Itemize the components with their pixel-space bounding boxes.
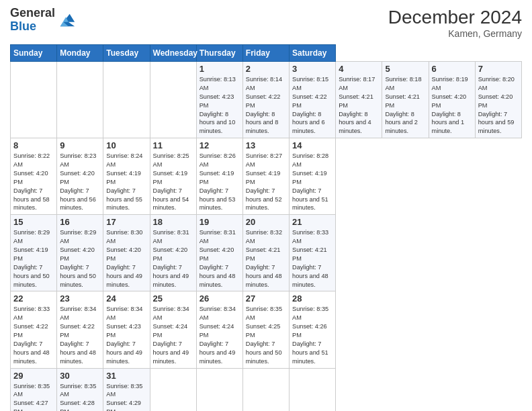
cell-info: Sunrise: 8:34 AMSunset: 4:24 PMDaylight:… (200, 305, 240, 365)
calendar-cell: 3Sunrise: 8:15 AMSunset: 4:22 PMDaylight… (290, 62, 336, 138)
cell-info: Sunrise: 8:31 AMSunset: 4:20 PMDaylight:… (200, 228, 240, 289)
calendar-cell (103, 62, 150, 138)
calendar-week-row: 1Sunrise: 8:13 AMSunset: 4:23 PMDaylight… (11, 62, 522, 138)
calendar-cell: 10Sunrise: 8:24 AMSunset: 4:19 PMDayligh… (103, 138, 150, 215)
calendar-page: General Blue December 2024 Kamen, German… (0, 0, 532, 411)
calendar-cell: 25Sunrise: 8:34 AMSunset: 4:24 PMDayligh… (150, 291, 196, 368)
cell-info: Sunrise: 8:23 AMSunset: 4:20 PMDaylight:… (60, 152, 100, 212)
calendar-table: SundayMondayTuesdayWednesdayThursdayFrid… (10, 44, 522, 411)
header-day: Saturday (290, 45, 336, 62)
calendar-cell: 19Sunrise: 8:31 AMSunset: 4:20 PMDayligh… (196, 215, 242, 291)
day-number: 16 (60, 217, 100, 227)
cell-info: Sunrise: 8:34 AMSunset: 4:23 PMDaylight:… (106, 305, 146, 365)
header-day: Friday (242, 45, 289, 62)
day-number: 4 (339, 64, 379, 74)
day-number: 17 (106, 217, 146, 227)
calendar-cell: 7Sunrise: 8:20 AMSunset: 4:20 PMDaylight… (475, 62, 521, 138)
calendar-cell: 21Sunrise: 8:33 AMSunset: 4:21 PMDayligh… (290, 215, 336, 291)
day-number: 5 (385, 64, 425, 74)
day-number: 22 (13, 293, 54, 304)
cell-info: Sunrise: 8:35 AMSunset: 4:25 PMDaylight:… (246, 305, 286, 365)
calendar-cell: 20Sunrise: 8:32 AMSunset: 4:21 PMDayligh… (242, 215, 289, 291)
calendar-cell: 27Sunrise: 8:35 AMSunset: 4:25 PMDayligh… (242, 291, 289, 368)
cell-info: Sunrise: 8:15 AMSunset: 4:22 PMDaylight:… (292, 75, 332, 136)
day-number: 20 (246, 217, 286, 227)
calendar-cell (150, 62, 196, 138)
day-number: 8 (13, 140, 54, 150)
cell-info: Sunrise: 8:33 AMSunset: 4:22 PMDaylight:… (13, 305, 54, 365)
cell-info: Sunrise: 8:22 AMSunset: 4:20 PMDaylight:… (13, 152, 54, 212)
calendar-cell: 6Sunrise: 8:19 AMSunset: 4:20 PMDaylight… (429, 62, 475, 138)
header-day: Wednesday (150, 45, 196, 62)
day-number: 27 (246, 293, 286, 304)
day-number: 28 (292, 293, 332, 304)
calendar-header: SundayMondayTuesdayWednesdayThursdayFrid… (11, 45, 522, 62)
calendar-cell: 29Sunrise: 8:35 AMSunset: 4:27 PMDayligh… (11, 368, 57, 411)
calendar-cell: 15Sunrise: 8:29 AMSunset: 4:19 PMDayligh… (11, 215, 57, 291)
calendar-cell: 2Sunrise: 8:14 AMSunset: 4:22 PMDaylight… (242, 62, 289, 138)
logo-line1: General (10, 7, 55, 20)
cell-info: Sunrise: 8:35 AMSunset: 4:26 PMDaylight:… (292, 305, 332, 365)
cell-info: Sunrise: 8:29 AMSunset: 4:20 PMDaylight:… (60, 228, 100, 289)
day-number: 12 (200, 140, 240, 150)
calendar-cell: 9Sunrise: 8:23 AMSunset: 4:20 PMDaylight… (57, 138, 103, 215)
cell-info: Sunrise: 8:20 AMSunset: 4:20 PMDaylight:… (478, 75, 519, 136)
calendar-cell: 31Sunrise: 8:35 AMSunset: 4:29 PMDayligh… (103, 368, 150, 411)
cell-info: Sunrise: 8:17 AMSunset: 4:21 PMDaylight:… (339, 75, 379, 136)
logo: General Blue (10, 7, 76, 34)
calendar-body: 1Sunrise: 8:13 AMSunset: 4:23 PMDaylight… (11, 62, 522, 412)
day-number: 19 (200, 217, 240, 227)
cell-info: Sunrise: 8:32 AMSunset: 4:21 PMDaylight:… (246, 228, 286, 289)
calendar-cell: 11Sunrise: 8:25 AMSunset: 4:19 PMDayligh… (150, 138, 196, 215)
cell-info: Sunrise: 8:34 AMSunset: 4:22 PMDaylight:… (60, 305, 100, 365)
calendar-cell: 1Sunrise: 8:13 AMSunset: 4:23 PMDaylight… (196, 62, 242, 138)
cell-info: Sunrise: 8:35 AMSunset: 4:27 PMDaylight:… (13, 382, 54, 412)
day-number: 11 (153, 140, 193, 150)
day-number: 24 (106, 293, 146, 304)
cell-info: Sunrise: 8:34 AMSunset: 4:24 PMDaylight:… (153, 305, 193, 365)
calendar-cell: 28Sunrise: 8:35 AMSunset: 4:26 PMDayligh… (290, 291, 336, 368)
day-number: 2 (246, 64, 286, 74)
location: Kamen, Germany (388, 28, 522, 39)
month-title: December 2024 (388, 7, 522, 28)
day-number: 25 (153, 293, 193, 304)
cell-info: Sunrise: 8:33 AMSunset: 4:21 PMDaylight:… (292, 228, 332, 289)
day-number: 3 (292, 64, 332, 74)
calendar-cell: 30Sunrise: 8:35 AMSunset: 4:28 PMDayligh… (57, 368, 103, 411)
day-number: 6 (432, 64, 472, 74)
cell-info: Sunrise: 8:14 AMSunset: 4:22 PMDaylight:… (246, 75, 286, 136)
cell-info: Sunrise: 8:35 AMSunset: 4:28 PMDaylight:… (60, 382, 100, 412)
day-number: 29 (13, 371, 54, 381)
day-number: 21 (292, 217, 332, 227)
calendar-week-row: 22Sunrise: 8:33 AMSunset: 4:22 PMDayligh… (11, 291, 522, 368)
header-row: SundayMondayTuesdayWednesdayThursdayFrid… (11, 45, 522, 62)
calendar-cell: 24Sunrise: 8:34 AMSunset: 4:23 PMDayligh… (103, 291, 150, 368)
cell-info: Sunrise: 8:26 AMSunset: 4:19 PMDaylight:… (200, 152, 240, 212)
cell-info: Sunrise: 8:25 AMSunset: 4:19 PMDaylight:… (153, 152, 193, 212)
day-number: 13 (246, 140, 286, 150)
day-number: 15 (13, 217, 54, 227)
header-day: Sunday (11, 45, 57, 62)
calendar-cell: 17Sunrise: 8:30 AMSunset: 4:20 PMDayligh… (103, 215, 150, 291)
calendar-cell (196, 368, 242, 411)
calendar-cell: 26Sunrise: 8:34 AMSunset: 4:24 PMDayligh… (196, 291, 242, 368)
day-number: 14 (292, 140, 332, 150)
cell-info: Sunrise: 8:29 AMSunset: 4:19 PMDaylight:… (13, 228, 54, 289)
cell-info: Sunrise: 8:19 AMSunset: 4:20 PMDaylight:… (432, 75, 472, 136)
calendar-week-row: 8Sunrise: 8:22 AMSunset: 4:20 PMDaylight… (11, 138, 522, 215)
cell-info: Sunrise: 8:13 AMSunset: 4:23 PMDaylight:… (200, 75, 240, 136)
header: General Blue December 2024 Kamen, German… (10, 7, 522, 39)
day-number: 7 (478, 64, 519, 74)
day-number: 10 (106, 140, 146, 150)
calendar-cell (11, 62, 57, 138)
calendar-cell (290, 368, 336, 411)
calendar-cell (57, 62, 103, 138)
calendar-cell: 22Sunrise: 8:33 AMSunset: 4:22 PMDayligh… (11, 291, 57, 368)
day-number: 9 (60, 140, 100, 150)
calendar-cell: 12Sunrise: 8:26 AMSunset: 4:19 PMDayligh… (196, 138, 242, 215)
cell-info: Sunrise: 8:31 AMSunset: 4:20 PMDaylight:… (153, 228, 193, 289)
day-number: 30 (60, 371, 100, 381)
cell-info: Sunrise: 8:35 AMSunset: 4:29 PMDaylight:… (106, 382, 146, 412)
cell-info: Sunrise: 8:27 AMSunset: 4:19 PMDaylight:… (246, 152, 286, 212)
cell-info: Sunrise: 8:24 AMSunset: 4:19 PMDaylight:… (106, 152, 146, 212)
